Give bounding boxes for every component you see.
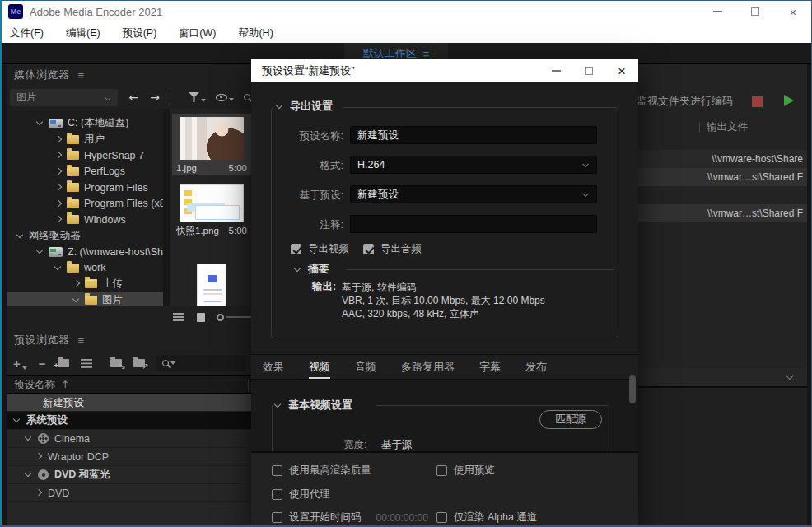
filter-button[interactable] — [189, 92, 206, 102]
export-preset-button[interactable]: ↗ — [133, 359, 145, 367]
panel-menu-icon[interactable]: ≡ — [78, 69, 85, 82]
chevron-down-icon[interactable] — [16, 232, 24, 240]
menu-preset[interactable]: 预设(P) — [123, 26, 168, 40]
location-dropdown[interactable]: 图片 — [10, 89, 118, 106]
chevron-down-icon[interactable] — [13, 417, 21, 424]
stop-queue-button[interactable] — [752, 96, 763, 107]
use-proxies-checkbox[interactable]: 使用代理 — [272, 487, 330, 501]
search-button[interactable] — [244, 94, 250, 100]
forward-icon[interactable]: → — [150, 91, 160, 104]
export-audio-checkbox[interactable]: 导出音频 — [363, 242, 422, 256]
tab-effects[interactable]: 效果 — [263, 356, 284, 379]
chevron-right-icon[interactable] — [72, 280, 80, 287]
chevron-right-icon[interactable] — [54, 136, 62, 143]
chevron-down-icon[interactable] — [36, 248, 44, 255]
dialog-scrollbar[interactable] — [629, 375, 636, 403]
dialog-minimize-button[interactable] — [539, 59, 572, 82]
dialog-maximize-button[interactable] — [572, 59, 605, 82]
start-queue-button[interactable] — [784, 95, 794, 106]
set-start-timecode-checkbox[interactable]: 设置开始时间码 00:00:00:00 — [272, 511, 428, 525]
menu-window[interactable]: 窗口(W) — [179, 26, 226, 40]
use-previews-checkbox[interactable]: 使用预览 — [436, 464, 495, 478]
view-options-button[interactable] — [216, 94, 234, 101]
preset-name-input[interactable] — [350, 126, 597, 144]
preset-search-field[interactable] — [156, 355, 245, 371]
preset-name-column-header[interactable]: 预设名称 ↑ — [7, 375, 254, 394]
chevron-down-icon[interactable] — [36, 119, 44, 127]
column-divider[interactable] — [248, 380, 249, 391]
chevron-down-icon[interactable] — [25, 435, 32, 442]
tree-item-network-drives[interactable]: 网络驱动器 — [7, 228, 163, 245]
tree-item-users[interactable]: 用户 — [7, 132, 163, 148]
tree-item-perflogs[interactable]: PerfLogs — [7, 164, 163, 180]
tree-item-upload[interactable]: 上传 — [7, 276, 163, 292]
match-source-button[interactable]: 匹配源 — [539, 410, 602, 429]
summary-legend[interactable]: 摘要 — [294, 262, 329, 277]
tree-item-pictures[interactable]: 图片 — [7, 292, 163, 307]
thumbnail-item[interactable]: 1.jpg 5:00 — [172, 114, 251, 175]
comments-input[interactable] — [350, 215, 597, 233]
chevron-down-icon[interactable] — [72, 296, 80, 304]
chevron-down-icon[interactable] — [25, 471, 32, 478]
basic-video-settings-legend[interactable]: 基本视频设置 — [274, 398, 352, 413]
preset-row-wraptor-dcp[interactable]: Wraptor DCP — [7, 448, 254, 466]
based-on-preset-select[interactable]: 新建预设 — [350, 185, 597, 203]
tree-scrollbar[interactable] — [163, 109, 170, 306]
new-preset-group-button[interactable]: + — [58, 359, 69, 367]
preset-row-new-preset[interactable]: 新建预设 — [7, 394, 254, 412]
chevron-right-icon[interactable] — [54, 184, 62, 191]
add-preset-button[interactable]: + — [13, 357, 27, 370]
thumbnail-item[interactable]: 快照1.png 5:00 — [172, 181, 251, 237]
render-alpha-only-checkbox[interactable]: 仅渲染 Alpha 通道 — [436, 511, 537, 525]
tree-item-windows[interactable]: Windows — [7, 212, 163, 228]
preset-browser-title[interactable]: 预设浏览器 — [14, 333, 70, 347]
chevron-right-icon[interactable] — [54, 200, 62, 208]
tab-publish[interactable]: 发布 — [525, 356, 547, 379]
export-video-checkbox[interactable]: 导出视频 — [291, 242, 349, 256]
list-view-icon[interactable] — [173, 313, 184, 321]
chevron-right-icon[interactable] — [35, 453, 42, 460]
checkbox-unchecked-icon[interactable] — [272, 465, 282, 476]
chevron-down-icon[interactable] — [54, 264, 62, 272]
tree-item-program-files-x86[interactable]: Program Files (x86 — [7, 196, 163, 212]
menu-edit[interactable]: 编辑(E) — [66, 26, 111, 40]
tab-multiplexer[interactable]: 多路复用器 — [401, 356, 455, 379]
chevron-right-icon[interactable] — [54, 168, 62, 175]
window-minimize-button[interactable] — [698, 0, 736, 23]
export-settings-legend[interactable]: 导出设置 — [273, 99, 343, 114]
tree-item-hypersnap[interactable]: HyperSnap 7 — [7, 147, 163, 164]
window-close-button[interactable]: × — [774, 0, 812, 23]
tab-captions[interactable]: 字幕 — [479, 356, 501, 379]
back-icon[interactable]: ← — [129, 91, 139, 104]
tree-item-program-files[interactable]: Program Files — [7, 180, 163, 196]
checkbox-unchecked-icon[interactable] — [436, 465, 447, 476]
chevron-down-icon[interactable] — [294, 266, 301, 273]
workspace-menu-icon[interactable]: ≡ — [423, 48, 430, 60]
output-file-column-header[interactable]: 输出文件 — [707, 120, 748, 134]
preset-row-cinema[interactable]: Cinema — [7, 430, 254, 448]
media-browser-title[interactable]: 媒体浏览器 — [14, 68, 70, 82]
thumbnail-view-icon[interactable] — [197, 313, 205, 322]
zoom-slider-knob[interactable] — [217, 314, 224, 321]
panel-menu-icon[interactable]: ≡ — [78, 334, 85, 347]
dialog-close-button[interactable]: × — [605, 59, 638, 82]
window-maximize-button[interactable] — [736, 0, 774, 23]
width-value[interactable]: 基于源 — [381, 439, 413, 450]
checkbox-checked-icon[interactable] — [363, 244, 374, 254]
max-render-quality-checkbox[interactable]: 使用最高渲染质量 — [272, 464, 371, 478]
checkbox-unchecked-icon[interactable] — [272, 512, 282, 523]
preset-row-system-presets[interactable]: 系统预设 — [7, 412, 254, 430]
chevron-right-icon[interactable] — [35, 489, 42, 497]
import-preset-button[interactable]: ↘ — [110, 359, 122, 367]
zoom-slider-track[interactable] — [226, 316, 254, 318]
preset-row-dvd-bluray[interactable]: DVD 和蓝光 — [7, 466, 254, 484]
preset-row-dvd[interactable]: DVD — [7, 484, 254, 502]
dialog-titlebar[interactable]: 预设设置“新建预设” × — [251, 59, 638, 82]
tab-audio[interactable]: 音频 — [355, 356, 376, 379]
checkbox-checked-icon[interactable] — [291, 244, 301, 254]
timecode-value[interactable]: 00:00:00:00 — [376, 512, 428, 524]
tree-item-c-drive[interactable]: C: (本地磁盘) — [7, 115, 163, 132]
format-select[interactable]: H.264 — [350, 156, 597, 174]
tab-video[interactable]: 视频 — [309, 356, 330, 379]
tree-item-z-drive[interactable]: Z: (\\vmware-host\Shar — [7, 244, 163, 260]
